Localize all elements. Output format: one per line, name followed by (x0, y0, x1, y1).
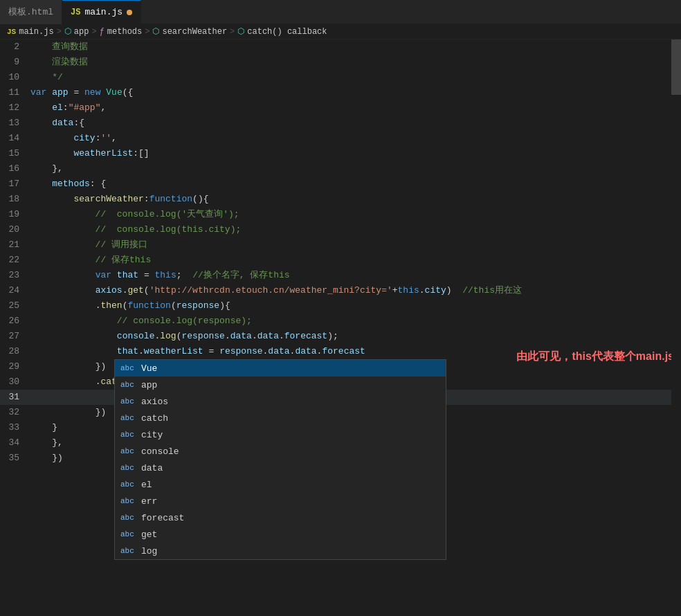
ac-item-catch[interactable]: abc catch (115, 410, 446, 426)
ac-type-data: abc (120, 464, 137, 472)
ac-label-log: log (141, 546, 157, 556)
ac-type-app: abc (120, 381, 137, 389)
ac-label-data: data (141, 463, 163, 473)
ac-item-app[interactable]: abc app (115, 377, 446, 393)
tab-template[interactable]: 模板.html (0, 0, 62, 24)
ac-label-vue: Vue (141, 363, 157, 374)
ac-type-err: abc (120, 497, 137, 505)
template-tab-label: 模板.html (8, 6, 53, 18)
code-line-15: 15 weatherList:[] (0, 146, 681, 161)
code-line-27: 27 console.log(response.data.data.foreca… (0, 329, 681, 344)
main-js-tab-label: main.js (84, 7, 122, 17)
ac-label-city: city (141, 430, 163, 440)
tab-bar: 模板.html JS main.js (0, 0, 681, 24)
ac-item-el[interactable]: abc el (115, 476, 446, 493)
code-line-14: 14 city:'', (0, 131, 681, 146)
code-line-28: 28 that.weatherList = response.data.data… (0, 344, 681, 359)
ac-item-city[interactable]: abc city (115, 426, 446, 443)
bc-app[interactable]: app (74, 27, 89, 37)
ac-label-axios: axios (141, 397, 168, 407)
ac-item-err[interactable]: abc err (115, 493, 446, 509)
code-line-10: 10 */ (0, 70, 681, 85)
bc-main[interactable]: main.js (19, 27, 53, 37)
ac-label-el: el (141, 480, 152, 490)
ac-item-forecast[interactable]: abc forecast (115, 509, 446, 526)
ac-item-vue[interactable]: abc Vue (115, 360, 446, 377)
ac-type-forecast: abc (120, 514, 137, 522)
ac-item-data[interactable]: abc data (115, 460, 446, 476)
unsaved-dot (127, 10, 132, 15)
ac-type-get: abc (120, 530, 137, 538)
ac-label-catch: catch (141, 413, 168, 424)
ac-item-log[interactable]: abc log (115, 543, 446, 559)
tab-main-js[interactable]: JS main.js (62, 0, 141, 24)
js-icon: JS (71, 8, 80, 17)
code-line-11: 11 var app = new Vue({ (0, 85, 681, 100)
breadcrumb: JS main.js > ⬡ app > ƒ methods > ⬡ searc… (0, 24, 681, 39)
code-line-9: 9 渲染数据 (0, 55, 681, 70)
code-line-23: 23 var that = this; //换个名字, 保存this (0, 268, 681, 283)
ac-label-forecast: forecast (141, 513, 184, 523)
code-line-17: 17 methods: { (0, 176, 681, 192)
bc-catch[interactable]: catch() callback (247, 27, 327, 37)
autocomplete-dropdown[interactable]: abc Vue abc app abc axios abc catch abc … (114, 359, 446, 560)
ac-label-err: err (141, 496, 157, 507)
code-line-24: 24 axios.get('http://wthrcdn.etouch.cn/w… (0, 283, 681, 298)
bc-icon-catch: ⬡ (237, 26, 244, 37)
ac-item-axios[interactable]: abc axios (115, 393, 446, 410)
code-line-21: 21 // 调用接口 (0, 237, 681, 253)
scrollbar-thumb[interactable] (671, 39, 681, 95)
code-line-18: 18 searchWeather:function(){ (0, 192, 681, 207)
ac-item-get[interactable]: abc get (115, 526, 446, 543)
editor: 2 查询数据 9 渲染数据 10 */ 11 var app = new Vue… (0, 39, 681, 616)
ac-label-console: console (141, 446, 179, 457)
ac-type-axios: abc (120, 397, 137, 406)
code-area[interactable]: 2 查询数据 9 渲染数据 10 */ 11 var app = new Vue… (0, 39, 681, 616)
ac-type-city: abc (120, 431, 137, 439)
code-line-12: 12 el:"#app", (0, 100, 681, 116)
bc-methods[interactable]: methods (107, 27, 142, 37)
code-line-2: 2 查询数据 (0, 39, 681, 55)
ac-type-console: abc (120, 447, 137, 455)
bc-icon-search: ⬡ (152, 26, 159, 37)
ac-type-vue: abc (120, 364, 137, 372)
ac-type-log: abc (120, 547, 137, 555)
code-line-20: 20 // console.log(this.city); (0, 222, 681, 237)
ac-type-el: abc (120, 480, 137, 489)
scrollbar-track[interactable] (671, 39, 681, 616)
ac-type-catch: abc (120, 414, 137, 422)
code-line-13: 13 data:{ (0, 116, 681, 131)
code-line-26: 26 // console.log(response); (0, 314, 681, 329)
code-line-22: 22 // 保存this (0, 253, 681, 268)
bc-icon-js: JS (7, 28, 16, 36)
code-line-25: 25 .then(function(response){ (0, 298, 681, 314)
code-line-19: 19 // console.log('天气查询'); (0, 207, 681, 222)
ac-item-console[interactable]: abc console (115, 443, 446, 460)
bc-searchweather[interactable]: searchWeather (162, 27, 227, 37)
bc-icon-methods: ƒ (100, 27, 105, 37)
ac-label-get: get (141, 529, 157, 540)
ac-label-app: app (141, 380, 157, 390)
code-line-16: 16 }, (0, 161, 681, 176)
bc-icon-obj: ⬡ (64, 26, 71, 37)
